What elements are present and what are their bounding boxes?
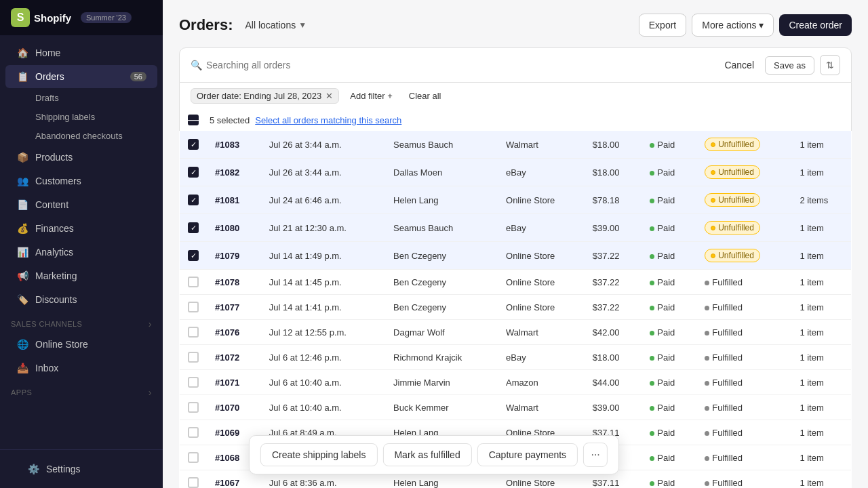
order-items: 1 item [791,270,851,295]
cancel-button[interactable]: Cancel [719,57,760,73]
row-checkbox[interactable]: ✓ [188,195,199,205]
payment-dot [650,431,654,436]
order-channel: eBay [498,345,585,370]
more-actions-label: More actions [702,20,756,30]
sidebar-item-customers[interactable]: 👥 Customers [5,169,157,192]
order-number[interactable]: #1077 [215,302,239,312]
order-total: $37.22 [585,270,642,295]
row-checkbox[interactable] [188,402,199,413]
order-fulfillment: Unfulfilled [696,186,791,214]
selected-count: 5 selected [210,115,250,125]
order-number[interactable]: #1069 [215,428,239,438]
sidebar-item-orders[interactable]: 📋 Orders 56 [5,65,157,88]
sidebar-item-analytics[interactable]: 📊 Analytics [5,241,157,264]
sort-button[interactable]: ⇅ [820,55,840,75]
order-customer: Helen Lang [385,186,498,214]
sidebar-item-finances[interactable]: 💰 Finances [5,217,157,240]
main-content: Orders: All locations ▼ Export More acti… [163,0,868,488]
apps-section: Apps › [0,380,163,401]
header-actions: Export More actions ▾ Create order [639,14,852,37]
orders-table: ✓#1083Jul 26 at 3:44 a.m.Seamus BauchWal… [179,131,852,488]
fulfilled-dot [705,431,709,436]
search-input[interactable] [206,60,719,70]
sidebar-item-shipping-labels[interactable]: Shipping labels [5,108,157,126]
order-channel: Walmart [498,395,585,420]
capture-payments-button[interactable]: Capture payments [477,443,578,466]
create-shipping-labels-button[interactable]: Create shipping labels [260,443,378,466]
export-button[interactable]: Export [639,14,686,37]
customers-icon: 👥 [16,175,28,187]
sidebar-item-marketing[interactable]: 📢 Marketing [5,264,157,287]
order-number[interactable]: #1079 [215,251,239,261]
shopify-logo-text: Shopify [34,12,71,24]
select-all-link[interactable]: Select all orders matching this search [255,115,401,125]
row-checkbox[interactable]: ✓ [188,250,199,261]
row-checkbox[interactable] [188,327,199,338]
table-row: #1070Jul 6 at 10:40 a.m.Buck KemmerWalma… [180,395,852,420]
payment-dot [650,171,654,176]
order-number[interactable]: #1076 [215,327,239,338]
row-checkbox[interactable] [188,477,199,488]
order-number[interactable]: #1080 [215,223,239,233]
sidebar-item-abandoned-checkouts[interactable]: Abandoned checkouts [5,127,157,145]
order-items: 1 item [791,395,851,420]
order-customer: Richmond Krajcik [385,345,498,370]
sidebar-item-content[interactable]: 📄 Content [5,193,157,216]
sidebar-item-online-store[interactable]: 🌐 Online Store [5,333,157,356]
sidebar-item-drafts[interactable]: Drafts [5,89,157,107]
row-checkbox[interactable]: ✓ [188,139,199,150]
sidebar-item-discounts[interactable]: 🏷️ Discounts [5,288,157,311]
add-filter-button[interactable]: Add filter + [344,89,398,103]
mark-as-fulfilled-button[interactable]: Mark as fulfilled [382,443,471,466]
order-number[interactable]: #1081 [215,195,239,205]
row-checkbox[interactable] [188,377,199,388]
sidebar-item-settings[interactable]: ⚙️ Settings [16,458,146,481]
sidebar-item-inbox[interactable]: 📥 Inbox [5,357,157,380]
page-content: Orders: All locations ▼ Export More acti… [163,0,868,488]
sidebar-item-products[interactable]: 📦 Products [5,146,157,169]
order-payment: Paid [642,445,696,470]
row-checkbox[interactable] [188,277,199,287]
date-filter-remove[interactable]: ✕ [326,91,333,101]
payment-dot [650,143,654,148]
row-checkbox[interactable] [188,352,199,363]
sales-channels-section: Sales channels › [0,312,163,332]
order-number[interactable]: #1083 [215,140,239,150]
order-number[interactable]: #1070 [215,403,239,413]
clear-all-button[interactable]: Clear all [403,89,447,103]
payment-dot [650,481,654,486]
table-row: ✓#1080Jul 21 at 12:30 a.m.Seamus BaucheB… [180,214,852,242]
row-checkbox[interactable]: ✓ [188,167,199,178]
location-selector[interactable]: All locations ▼ [238,17,313,33]
order-date: Jul 14 at 1:41 p.m. [261,295,385,320]
order-number[interactable]: #1082 [215,167,239,178]
order-number[interactable]: #1072 [215,352,239,363]
order-number[interactable]: #1067 [215,478,239,488]
order-fulfillment: Fulfilled [696,295,791,320]
order-number[interactable]: #1078 [215,277,239,287]
select-all-checkbox[interactable]: — [188,115,199,125]
row-checkbox[interactable] [188,302,199,312]
sidebar-item-home[interactable]: 🏠 Home [5,41,157,64]
more-actions-button[interactable]: More actions ▾ [692,14,774,37]
analytics-icon: 📊 [16,246,28,258]
order-fulfillment: Unfulfilled [696,242,791,270]
products-icon: 📦 [16,151,28,163]
row-checkbox[interactable]: ✓ [188,222,199,233]
create-order-button[interactable]: Create order [779,14,852,36]
page-header: Orders: All locations ▼ Export More acti… [179,14,852,37]
order-date: Jul 26 at 3:44 a.m. [261,131,385,159]
expand-icon[interactable]: › [149,319,152,329]
apps-expand-icon[interactable]: › [149,387,152,398]
more-actions-bottom-button[interactable]: ··· [583,443,608,467]
sidebar-item-orders-label: Orders [35,71,64,82]
row-checkbox[interactable] [188,427,199,438]
table-row: ✓#1083Jul 26 at 3:44 a.m.Seamus BauchWal… [180,131,852,159]
discounts-icon: 🏷️ [16,293,28,306]
page-title: Orders: [179,16,233,34]
marketing-icon: 📢 [16,270,28,282]
row-checkbox[interactable] [188,452,199,463]
save-as-button[interactable]: Save as [765,56,814,75]
order-number[interactable]: #1071 [215,378,239,388]
order-number[interactable]: #1068 [215,453,239,463]
